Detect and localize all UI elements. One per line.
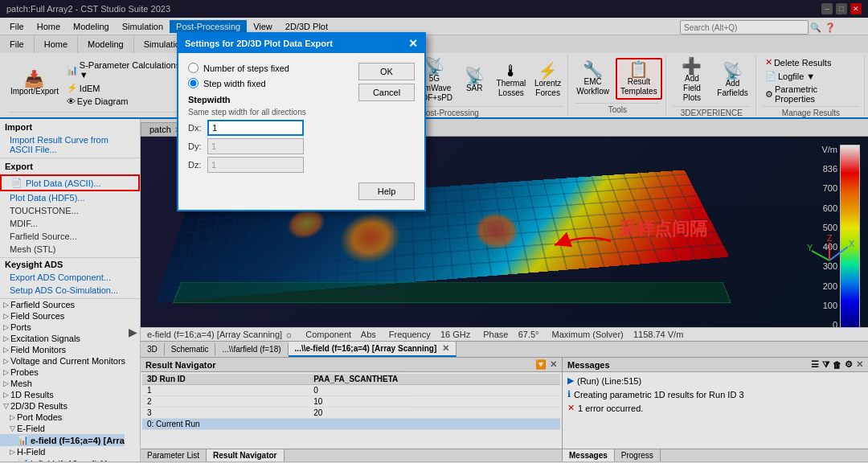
dx-label: Dx: (188, 123, 204, 133)
dialog-overlay: Settings for 2D/3D Plot Data Export ✕ Nu… (0, 0, 868, 463)
dy-input (207, 138, 304, 154)
dx-input[interactable] (207, 120, 304, 136)
dialog-body: Number of steps fixed Step width fixed S… (178, 53, 424, 210)
radio-stepwidth-input[interactable] (188, 78, 199, 88)
dialog-title-bar: Settings for 2D/3D Plot Data Export ✕ (178, 34, 424, 53)
same-step-text: Same step width for all directions (188, 108, 415, 117)
settings-dialog: Settings for 2D/3D Plot Data Export ✕ Nu… (177, 32, 426, 211)
dz-input (207, 157, 304, 173)
radio-stepwidth-label: Step width fixed (203, 79, 266, 88)
dialog-buttons: OK Cancel (358, 63, 415, 101)
cancel-button[interactable]: Cancel (358, 84, 415, 101)
radio-steps-input[interactable] (188, 63, 199, 73)
dz-row: Dz: (188, 157, 415, 173)
dx-row: Dx: (188, 120, 415, 136)
radio-steps-label: Number of steps fixed (203, 64, 289, 73)
dialog-close-btn[interactable]: ✕ (408, 37, 418, 50)
help-button[interactable]: Help (358, 182, 415, 200)
dy-label: Dy: (188, 141, 204, 151)
dialog-title: Settings for 2D/3D Plot Data Export (185, 39, 333, 48)
ok-button[interactable]: OK (358, 63, 415, 80)
dy-row: Dy: (188, 138, 415, 154)
dz-label: Dz: (188, 160, 204, 170)
